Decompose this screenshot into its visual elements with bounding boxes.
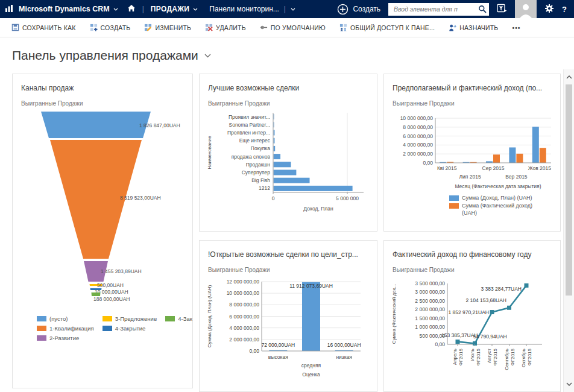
panel-actual-by-fiscal-year: Фактический доход по финансовому году Вы… bbox=[383, 240, 561, 392]
toolbar-button-new[interactable]: СОЗДАТЬ bbox=[90, 24, 131, 31]
legend-item: 4-Закрыть bbox=[165, 315, 193, 322]
svg-text:8 000 000,00: 8 000 000,00 bbox=[403, 124, 433, 130]
toolbar-more-button[interactable]: ••• bbox=[512, 24, 520, 31]
panel-sales-channels: Каналы продаж Выигранные Продажи 1 826 8… bbox=[12, 74, 193, 388]
chart-subtitle: Выигранные Продажи bbox=[393, 267, 553, 273]
svg-text:Наименование: Наименование bbox=[207, 136, 212, 169]
svg-text:6 000 000,00: 6 000 000,00 bbox=[403, 133, 433, 139]
svg-text:Sonoma Partner...: Sonoma Partner... bbox=[229, 122, 270, 128]
svg-text:1 826 847,00UAH: 1 826 847,00UAH bbox=[139, 122, 180, 128]
title-bar: Панель управления продажами bbox=[0, 39, 211, 70]
svg-text:0: 0 bbox=[272, 195, 275, 201]
svg-text:Июль: Июль bbox=[470, 349, 475, 361]
toolbar-button-edit[interactable]: ИЗМЕНИТЬ bbox=[144, 24, 191, 31]
nav-subarea-label: Панели мониторин... bbox=[209, 5, 279, 13]
chart-title: Предполагаемый и фактический доход (по..… bbox=[393, 84, 553, 92]
svg-text:Продакшн: Продакшн bbox=[246, 162, 271, 168]
nav-area-sales[interactable]: ПРОДАЖИ bbox=[151, 5, 198, 13]
legend-item: 4-Закрытие bbox=[102, 325, 157, 332]
quick-create-button[interactable]: Создать bbox=[337, 4, 380, 15]
svg-text:12 000 000,00: 12 000 000,00 bbox=[227, 279, 260, 285]
command-bar: СОХРАНИТЬ КАКСОЗДАТЬИЗМЕНИТЬУДАЛИТЬПО УМ… bbox=[0, 18, 574, 37]
nav-separator: | bbox=[284, 5, 286, 13]
svg-text:72 000,00UAH: 72 000,00UAH bbox=[261, 342, 295, 348]
legend-item: 1-Квалификация bbox=[37, 325, 94, 332]
toolbar-button-assign[interactable]: НАЗНАЧИТЬ bbox=[449, 24, 498, 31]
legend-item: 3-Предложение bbox=[102, 315, 157, 322]
svg-text:3 500 000,00: 3 500 000,00 bbox=[415, 280, 445, 286]
home-button[interactable] bbox=[127, 4, 136, 14]
svg-text:1 500 000,00: 1 500 000,00 bbox=[415, 315, 445, 321]
chevron-down-icon[interactable] bbox=[204, 54, 211, 58]
page-title: Панель управления продажами bbox=[0, 39, 211, 63]
toolbar-button-set-default[interactable]: ПО УМОЛЧАНИЮ bbox=[260, 24, 326, 31]
svg-text:Август: Август bbox=[487, 349, 492, 363]
scroll-down-arrow[interactable] bbox=[564, 378, 574, 390]
svg-text:1 000 000,00: 1 000 000,00 bbox=[415, 324, 445, 330]
help-button[interactable]: ? bbox=[562, 5, 570, 14]
toolbar-button-save-as[interactable]: СОХРАНИТЬ КАК bbox=[11, 24, 76, 31]
brand-menu[interactable]: Microsoft Dynamics CRM bbox=[19, 5, 118, 13]
svg-text:153 385,37UAH: 153 385,37UAH bbox=[441, 332, 478, 338]
nav-separator: | bbox=[142, 5, 144, 13]
nav-area-label: ПРОДАЖИ bbox=[151, 5, 189, 13]
svg-text:ФГ2015: ФГ2015 bbox=[493, 348, 498, 365]
svg-text:6 000 000,00: 6 000 000,00 bbox=[229, 314, 259, 320]
chart-subtitle: Выигранные Продажи bbox=[21, 100, 185, 107]
top-opportunities-bar-chart[interactable]: Проявил значит...Sonoma Partner...Проявл… bbox=[207, 109, 370, 219]
svg-text:1212: 1212 bbox=[259, 185, 270, 191]
panel-estimated-vs-actual: Предполагаемый и фактический доход (по..… bbox=[383, 74, 561, 232]
page-title-label: Панель управления продажами bbox=[12, 48, 198, 63]
chart-subtitle: Выигранные Продажи bbox=[208, 267, 370, 273]
toolbar-button-delete[interactable]: УДАЛИТЬ bbox=[205, 24, 246, 31]
save-as-icon bbox=[11, 24, 19, 31]
open-by-rating-column-chart[interactable]: 0,002 000 000,004 000 000,006 000 000,00… bbox=[207, 276, 370, 382]
chart-title: !Открытые возможные сделки по цели_стр..… bbox=[208, 250, 370, 259]
svg-text:Кві 2015: Кві 2015 bbox=[437, 165, 457, 171]
scroll-up-arrow[interactable] bbox=[564, 71, 574, 83]
search-input[interactable] bbox=[393, 5, 478, 13]
chevron-down-icon bbox=[113, 8, 118, 11]
svg-text:Оценка: Оценка bbox=[302, 371, 320, 378]
svg-text:Жов 2015: Жов 2015 bbox=[528, 165, 552, 171]
actual-by-fiscal-year-line-chart[interactable]: 0,00500 000,001 000 000,001 500 000,002 … bbox=[391, 276, 553, 392]
svg-text:2 000 000,00: 2 000 000,00 bbox=[229, 337, 259, 343]
svg-text:высокая: высокая bbox=[268, 354, 288, 360]
svg-text:3 383 284,77UAH: 3 383 284,77UAH bbox=[481, 286, 522, 292]
svg-text:0,00: 0,00 bbox=[249, 348, 259, 354]
settings-gear-icon[interactable] bbox=[544, 4, 554, 15]
svg-text:Покупка: Покупка bbox=[251, 145, 270, 151]
svg-text:1 852 970,21UAH: 1 852 970,21UAH bbox=[448, 309, 489, 315]
search-icon[interactable] bbox=[478, 5, 487, 13]
svg-text:8 519 523,00UAH: 8 519 523,00UAH bbox=[120, 195, 161, 201]
chart-title: Каналы продаж bbox=[21, 84, 185, 92]
assign-icon bbox=[449, 24, 456, 31]
svg-text:ФГ2015: ФГ2015 bbox=[458, 348, 464, 365]
svg-text:Проявлен интер...: Проявлен интер... bbox=[227, 130, 270, 136]
vertical-scrollbar[interactable] bbox=[563, 69, 574, 392]
svg-text:Вер 2015: Вер 2015 bbox=[505, 174, 528, 180]
svg-text:Доход, План: Доход, План bbox=[303, 206, 333, 212]
scrollbar-thumb[interactable] bbox=[566, 84, 572, 296]
svg-text:2 500 000,00: 2 500 000,00 bbox=[415, 298, 445, 304]
toolbar-button-share[interactable]: ОБЩИЙ ДОСТУП К ПАНЕ... bbox=[339, 24, 435, 31]
svg-text:Сумма (Фактический дох...: Сумма (Фактический дох... bbox=[391, 284, 397, 344]
advanced-find-icon[interactable] bbox=[497, 4, 507, 14]
svg-text:средняя: средняя bbox=[301, 362, 321, 368]
legend-item: (пусто) bbox=[37, 315, 94, 322]
svg-text:низкая: низкая bbox=[336, 354, 352, 360]
svg-text:ФГ2015: ФГ2015 bbox=[510, 348, 516, 365]
chart-title: Лучшие возможные сделки bbox=[208, 84, 370, 92]
svg-text:0,00: 0,00 bbox=[435, 341, 445, 347]
nav-subarea-dashboards[interactable]: Панели мониторин... | bbox=[209, 5, 295, 13]
dynamics-logo bbox=[5, 4, 13, 14]
sales-channels-funnel-chart[interactable]: 1 826 847,00UAH8 519 523,00UAH1 455 203,… bbox=[20, 109, 185, 307]
svg-text:3 000 000,00: 3 000 000,00 bbox=[415, 289, 445, 295]
delete-icon bbox=[205, 24, 213, 31]
svg-text:4 000 000,00: 4 000 000,00 bbox=[229, 325, 259, 331]
plus-circle-icon bbox=[337, 4, 348, 15]
estimated-vs-actual-bar-chart[interactable]: 0,002 000 000,004 000 000,006 000 000,00… bbox=[391, 109, 553, 194]
svg-text:16 000,00UAH: 16 000,00UAH bbox=[327, 342, 361, 348]
user-avatar[interactable] bbox=[515, 0, 537, 18]
svg-text:0,00: 0,00 bbox=[423, 160, 433, 166]
